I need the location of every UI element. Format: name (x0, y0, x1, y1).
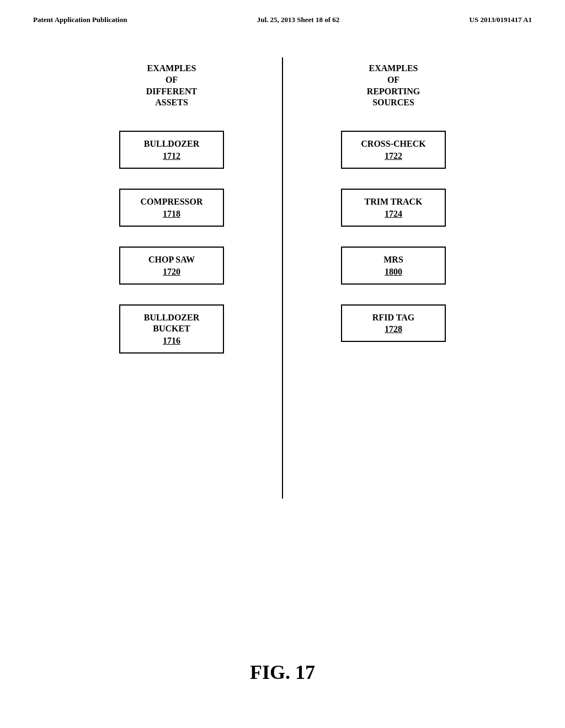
diagram-area: EXAMPLES OF DIFFERENT ASSETS BULLDOZER 1… (0, 57, 565, 510)
trim-track-number: 1724 (351, 209, 436, 219)
mrs-number: 1800 (351, 267, 436, 277)
rfid-tag-box: RFID TAG 1728 (341, 304, 446, 342)
divider-line (282, 57, 283, 499)
trim-track-title: TRIM TRACK (351, 196, 436, 208)
compressor-title: COMPRESSOR (129, 196, 214, 208)
page-header: Patent Application Publication Jul. 25, … (0, 0, 565, 24)
bulldozer-bucket-title-line2: BUCKET (129, 323, 214, 335)
header-left: Patent Application Publication (33, 15, 127, 24)
cross-check-box: CROSS-CHECK 1722 (341, 131, 446, 169)
bulldozer-bucket-number: 1716 (129, 336, 214, 346)
bulldozer-number: 1712 (129, 151, 214, 161)
chop-saw-box: CHOP SAW 1720 (119, 247, 224, 285)
bulldozer-bucket-box: BULLDOZER BUCKET 1716 (119, 304, 224, 354)
left-column: EXAMPLES OF DIFFERENT ASSETS BULLDOZER 1… (94, 57, 249, 373)
trim-track-box: TRIM TRACK 1724 (341, 189, 446, 227)
compressor-box: COMPRESSOR 1718 (119, 189, 224, 227)
bulldozer-bucket-title-line1: BULLDOZER (129, 312, 214, 324)
figure-label: FIG. 17 (0, 661, 565, 684)
mrs-box: MRS 1800 (341, 247, 446, 285)
center-divider (282, 57, 283, 499)
compressor-number: 1718 (129, 209, 214, 219)
cross-check-number: 1722 (351, 151, 436, 161)
cross-check-title: CROSS-CHECK (351, 138, 436, 150)
chop-saw-number: 1720 (129, 267, 214, 277)
header-right: US 2013/0191417 A1 (470, 15, 532, 24)
rfid-tag-number: 1728 (351, 324, 436, 334)
right-column-header: EXAMPLES OF REPORTING SOURCES (367, 63, 420, 109)
left-column-header: EXAMPLES OF DIFFERENT ASSETS (146, 63, 197, 109)
rfid-tag-title: RFID TAG (351, 312, 436, 324)
bulldozer-box: BULLDOZER 1712 (119, 131, 224, 169)
header-center: Jul. 25, 2013 Sheet 18 of 62 (257, 15, 340, 24)
right-column: EXAMPLES OF REPORTING SOURCES CROSS-CHEC… (316, 57, 471, 362)
mrs-title: MRS (351, 254, 436, 266)
chop-saw-title: CHOP SAW (129, 254, 214, 266)
bulldozer-title: BULLDOZER (129, 138, 214, 150)
